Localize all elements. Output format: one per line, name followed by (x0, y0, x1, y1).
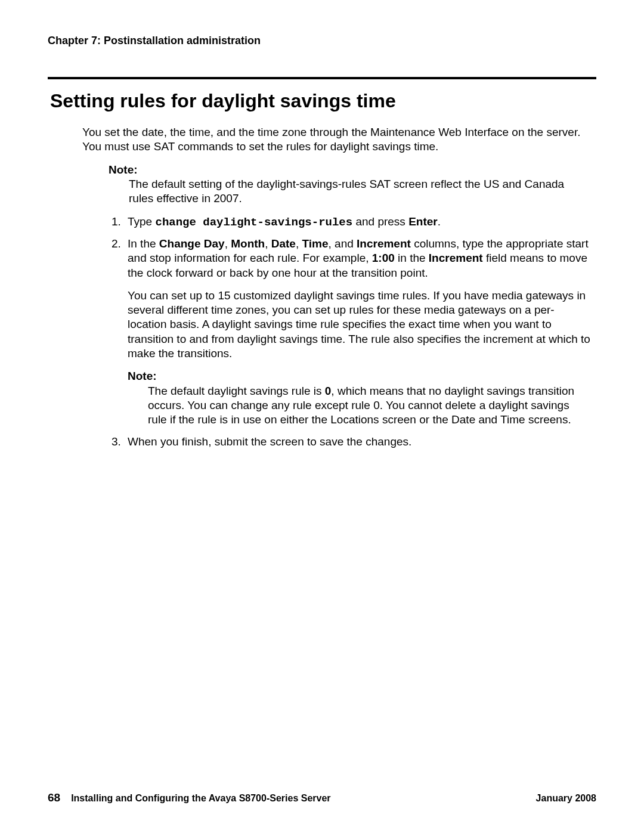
s2-lead: In the (128, 237, 159, 250)
note-block-2: Note: The default daylight savings rule … (128, 369, 590, 427)
note-label: Note: (128, 369, 590, 383)
s2-f6: Increment (429, 252, 483, 264)
s2-f1: Change Day (159, 237, 225, 250)
document-page: Chapter 7: Postinstallation administrati… (0, 0, 644, 833)
step1-mid: and press (352, 215, 408, 228)
section-title: Setting rules for daylight savings time (50, 90, 596, 112)
s2-f5: Increment (357, 237, 411, 250)
footer-date: January 2008 (536, 793, 596, 804)
s2-val: 1:00 (372, 252, 395, 264)
step1-key: Enter (408, 215, 438, 228)
s2-f2: Month (231, 237, 265, 250)
step1-command: change daylight-savings-rules (155, 216, 352, 229)
note2-pre: The default daylight savings rule is (148, 385, 325, 397)
footer-doc-title: Installing and Configuring the Avaya S87… (71, 793, 535, 804)
page-footer: 68 Installing and Configuring the Avaya … (48, 791, 596, 804)
step-2: In the Change Day, Month, Date, Time, an… (124, 237, 590, 428)
body-content: You set the date, the time, and the time… (82, 125, 590, 449)
note-block-1: Note: The default setting of the dayligh… (109, 163, 590, 206)
step-1: Type change daylight-savings-rules and p… (124, 215, 590, 230)
s2-c1: , (225, 237, 231, 250)
note2-zero: 0 (325, 385, 332, 397)
note-label: Note: (109, 163, 590, 177)
steps-list: Type change daylight-savings-rules and p… (82, 215, 590, 449)
s2-and: , and (329, 237, 357, 250)
s2-f3: Date (271, 237, 296, 250)
s2-f4: Time (302, 237, 329, 250)
intro-paragraph: You set the date, the time, and the time… (82, 125, 590, 154)
chapter-header: Chapter 7: Postinstallation administrati… (48, 35, 596, 47)
note-text: The default daylight savings rule is 0, … (148, 384, 590, 428)
step1-post: . (438, 215, 441, 228)
s2-c2: , (265, 237, 271, 250)
page-number: 68 (48, 791, 60, 804)
step2-paragraph-2: You can set up to 15 customized daylight… (128, 289, 590, 361)
horizontal-rule (48, 77, 596, 79)
s2-c3: , (296, 237, 302, 250)
note-text: The default setting of the daylight-savi… (129, 177, 590, 206)
s2-after-val: in the (395, 252, 429, 264)
step1-pre: Type (128, 215, 155, 228)
step-3: When you finish, submit the screen to sa… (124, 435, 590, 449)
